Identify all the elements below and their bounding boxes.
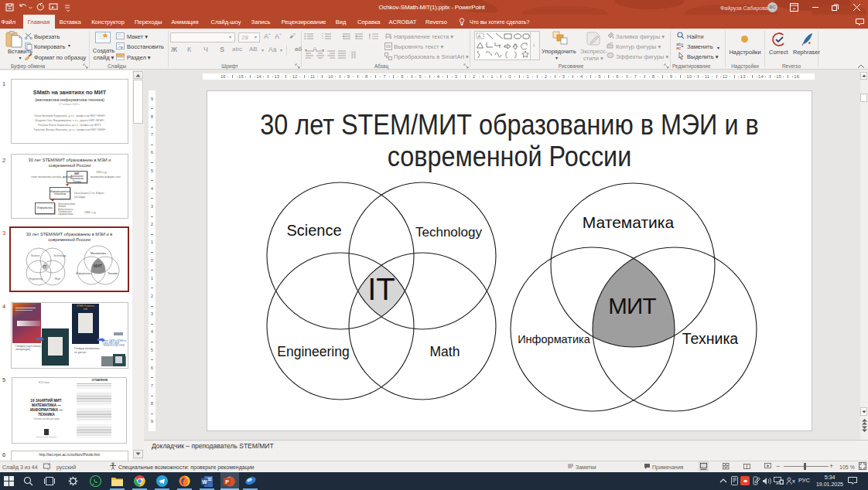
svg-text:Математика: Математика <box>91 252 106 255</box>
svg-text:P: P <box>225 479 229 485</box>
svg-text:МИТ: МИТ <box>94 264 102 268</box>
svg-text:IT: IT <box>43 264 48 269</box>
svg-text:Техника: Техника <box>682 330 739 347</box>
svg-text:A: A <box>478 34 481 39</box>
svg-text:Technology: Technology <box>53 254 67 257</box>
svg-text:Engineering: Engineering <box>29 277 43 281</box>
svg-text:IT: IT <box>367 272 395 306</box>
svg-text:Engineering: Engineering <box>277 344 349 359</box>
svg-text:Science: Science <box>31 254 40 257</box>
svg-text:Math: Math <box>430 344 460 359</box>
svg-text:Информатика: Информатика <box>76 272 92 275</box>
svg-text:W: W <box>202 479 207 485</box>
svg-text:Science: Science <box>286 222 341 239</box>
svg-text:Техника: Техника <box>108 272 118 275</box>
svg-text:Информатика: Информатика <box>518 333 591 345</box>
svg-text:ac: ac <box>676 46 681 49</box>
svg-text:Математика: Математика <box>583 213 675 231</box>
svg-text:Math: Math <box>55 277 60 281</box>
svg-text:Technology: Technology <box>415 225 483 240</box>
svg-text:МИТ: МИТ <box>608 293 656 318</box>
